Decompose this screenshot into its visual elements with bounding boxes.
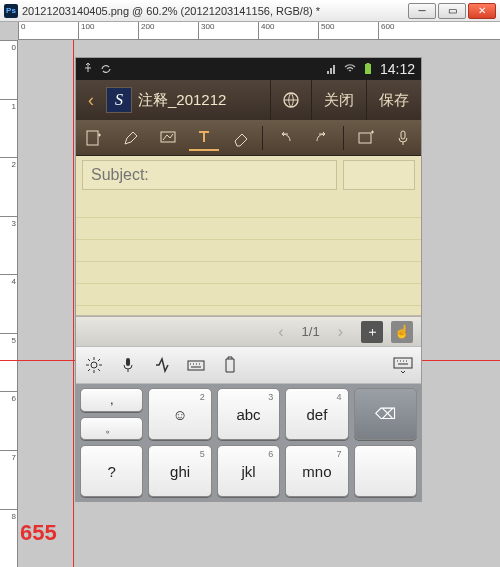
svg-rect-6 xyxy=(401,131,405,139)
key-ghi[interactable]: 5ghi xyxy=(148,445,211,497)
key-mno[interactable]: 7mno xyxy=(285,445,348,497)
handwriting-icon[interactable] xyxy=(152,355,172,375)
next-page-button[interactable]: › xyxy=(330,323,351,341)
insert-image-button[interactable] xyxy=(351,125,381,151)
page-indicator: 1/1 xyxy=(302,324,320,339)
usb-icon xyxy=(82,63,94,75)
web-clip-button[interactable] xyxy=(270,80,311,120)
text-button[interactable] xyxy=(189,125,219,151)
redo-icon xyxy=(313,129,331,147)
back-button[interactable]: ‹ xyxy=(76,90,106,111)
wifi-icon xyxy=(344,63,356,75)
keyboard: , 。 2☺ 3abc 4def ⌫ ? 5ghi 6jkl 7mno xyxy=(76,384,421,501)
app-header: ‹ S 注释_201212 关闭 保存 xyxy=(76,80,421,120)
note-title: 注释_201212 xyxy=(138,91,270,110)
sync-icon xyxy=(100,63,112,75)
prev-page-button[interactable]: ‹ xyxy=(270,323,291,341)
svg-rect-0 xyxy=(365,64,371,74)
ime-toolbar xyxy=(76,346,421,384)
key-jkl[interactable]: 6jkl xyxy=(217,445,280,497)
page-plus-icon xyxy=(85,129,103,147)
maximize-button[interactable]: ▭ xyxy=(438,3,466,19)
android-statusbar: 14:12 xyxy=(76,58,421,80)
photoshop-titlebar: Ps 20121203140405.png @ 60.2% (201212031… xyxy=(0,0,500,22)
svg-rect-4 xyxy=(161,132,175,142)
image-plus-icon xyxy=(357,129,375,147)
minimize-button[interactable]: ─ xyxy=(408,3,436,19)
ps-app-icon: Ps xyxy=(4,4,18,18)
add-page-icon[interactable]: ＋ xyxy=(361,321,383,343)
page-navigation-bar: ‹ 1/1 › ＋ ☝ xyxy=(76,316,421,346)
backspace-icon: ⌫ xyxy=(375,405,396,423)
brush-button[interactable] xyxy=(153,125,183,151)
voice-input-icon[interactable] xyxy=(118,355,138,375)
text-icon xyxy=(195,128,213,146)
phone-screenshot: 14:12 ‹ S 注释_201212 关闭 保存 xyxy=(76,58,421,501)
document-title: 20121203140405.png @ 60.2% (201212031411… xyxy=(22,5,406,17)
clock-text: 14:12 xyxy=(380,61,415,77)
svg-rect-10 xyxy=(394,358,412,368)
undo-icon xyxy=(276,129,294,147)
vertical-guide[interactable] xyxy=(73,40,74,567)
key-def[interactable]: 4def xyxy=(285,388,348,440)
settings-icon[interactable] xyxy=(84,355,104,375)
key-abc[interactable]: 3abc xyxy=(217,388,280,440)
undo-button[interactable] xyxy=(270,125,300,151)
globe-icon xyxy=(281,90,301,110)
key-backspace[interactable]: ⌫ xyxy=(354,388,417,440)
svg-rect-8 xyxy=(126,358,130,366)
editor-toolbar xyxy=(76,120,421,156)
eraser-button[interactable] xyxy=(226,125,256,151)
key-emoji[interactable]: 2☺ xyxy=(148,388,211,440)
clipboard-icon[interactable] xyxy=(220,355,240,375)
eraser-icon xyxy=(232,129,250,147)
key-next[interactable] xyxy=(354,445,417,497)
tag-box[interactable] xyxy=(343,160,415,190)
svg-rect-3 xyxy=(87,131,98,145)
close-button[interactable]: 关闭 xyxy=(311,80,366,120)
svg-rect-5 xyxy=(359,133,371,143)
vertical-ruler: 012345678 xyxy=(0,40,18,567)
mic-icon xyxy=(394,129,412,147)
svg-point-7 xyxy=(91,362,97,368)
svg-rect-9 xyxy=(188,361,204,370)
snote-logo-icon: S xyxy=(106,87,132,113)
brush-icon xyxy=(159,129,177,147)
canvas-area[interactable]: 655 14:12 ‹ S 注释_201212 xyxy=(18,40,500,567)
guide-measurement-label: 655 xyxy=(20,520,57,546)
hide-keyboard-icon[interactable] xyxy=(393,355,413,375)
keyboard-layout-icon[interactable] xyxy=(186,355,206,375)
key-period[interactable]: 。 xyxy=(80,417,143,441)
battery-icon xyxy=(362,63,374,75)
svg-rect-1 xyxy=(366,63,369,64)
subject-input[interactable] xyxy=(82,160,337,190)
key-comma[interactable]: , xyxy=(80,388,143,412)
horizontal-ruler: 0100200300400500600 xyxy=(18,22,500,40)
key-question[interactable]: ? xyxy=(80,445,143,497)
note-canvas[interactable] xyxy=(76,156,421,316)
voice-memo-button[interactable] xyxy=(388,125,418,151)
redo-button[interactable] xyxy=(307,125,337,151)
signal-icon xyxy=(326,63,338,75)
add-page-button[interactable] xyxy=(79,125,109,151)
pen-button[interactable] xyxy=(116,125,146,151)
window-close-button[interactable]: ✕ xyxy=(468,3,496,19)
pen-icon xyxy=(122,129,140,147)
touch-mode-icon[interactable]: ☝ xyxy=(391,321,413,343)
save-button[interactable]: 保存 xyxy=(366,80,421,120)
